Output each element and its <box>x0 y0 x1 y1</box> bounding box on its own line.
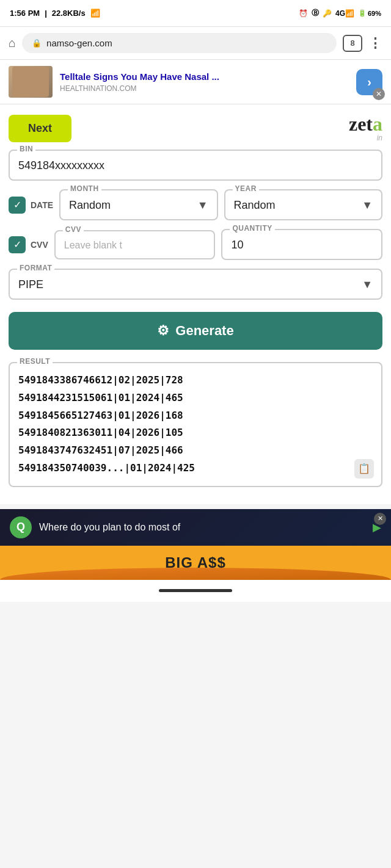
nav-bar <box>0 580 391 602</box>
format-label: FORMAT <box>17 264 54 272</box>
zeta-logo-text: zeta <box>349 114 382 134</box>
date-row: ✓ DATE MONTH Random ▼ YEAR Random ▼ <box>9 189 382 220</box>
main-content: Next zeta in BIN 549184xxxxxxxxx ✓ DATE … <box>0 104 391 504</box>
format-arrow-icon: ▼ <box>362 278 373 291</box>
result-line-3: 5491845665127463|01|2026|168 <box>18 407 373 425</box>
date-checkbox-label: DATE <box>31 200 53 210</box>
gear-icon: ⚙ <box>157 323 169 339</box>
lock-status-icon: 🔑 <box>323 9 332 18</box>
signal-icon: 4G📶 <box>335 9 354 18</box>
cvv-label: CVV <box>63 225 84 234</box>
bin-value[interactable]: 549184xxxxxxxxx <box>18 159 373 172</box>
bin-field-group: BIN 549184xxxxxxxxx <box>9 150 382 181</box>
month-label: MONTH <box>68 184 101 193</box>
generate-label: Generate <box>175 323 233 339</box>
status-right: ⏰ Ⓑ 🔑 4G📶 🔋 69% <box>299 8 381 18</box>
bin-field-wrapper: BIN 549184xxxxxxxxx <box>9 150 382 181</box>
result-label: RESULT <box>17 357 53 366</box>
ad-image <box>9 66 53 98</box>
home-button[interactable]: ⌂ <box>9 36 16 50</box>
copy-button[interactable]: 📋 <box>354 459 374 479</box>
top-row: Next zeta in <box>9 104 382 150</box>
date-checkbox-container: ✓ DATE <box>9 197 53 214</box>
result-lines: 5491843386746612|02|2025|728 54918442315… <box>18 372 373 477</box>
next-button[interactable]: Next <box>9 115 71 142</box>
status-left: 1:56 PM | 22.8KB/s 📶 <box>10 9 100 18</box>
extra-icon: Ⓑ <box>312 8 319 18</box>
ad-text-content: Telltale Signs You May Have Nasal ... HE… <box>60 71 349 93</box>
bottom-yellow-banner: BIG A$$ <box>0 546 391 580</box>
bin-label: BIN <box>17 145 35 153</box>
bottom-ad-close-button[interactable]: ✕ <box>374 513 386 525</box>
cvv-row: ✓ CVV CVV Leave blank t QUANTITY 10 <box>9 229 382 260</box>
status-bar: 1:56 PM | 22.8KB/s 📶 ⏰ Ⓑ 🔑 4G📶 🔋 69% <box>0 0 391 27</box>
menu-button[interactable]: ⋮ <box>368 35 382 51</box>
zeta-in-label: in <box>377 134 382 142</box>
zeta-logo: zeta in <box>349 114 382 142</box>
zeta-dot: a <box>373 113 382 135</box>
nav-pill <box>159 589 232 592</box>
cvv-checkbox-container: ✓ CVV <box>9 236 48 253</box>
cvv-checkbox-label: CVV <box>31 240 48 250</box>
date-checkbox-check: ✓ <box>13 199 21 211</box>
ad-close-button[interactable]: ✕ <box>373 88 385 100</box>
year-label: YEAR <box>233 184 259 193</box>
ad-source: HEALTHINATION.COM <box>60 84 349 93</box>
browser-chrome: ⌂ 🔒 namso-gen.com 8 ⋮ <box>0 27 391 60</box>
cvv-input[interactable]: Leave blank t <box>64 240 122 251</box>
month-arrow-icon: ▼ <box>197 199 208 212</box>
bottom-ad: Q Where do you plan to do most of ▶ ✕ <box>0 509 391 546</box>
result-line-2: 5491844231515061|01|2024|465 <box>18 389 373 407</box>
year-arrow-icon: ▼ <box>362 199 373 212</box>
status-network: | <box>45 9 47 18</box>
month-value: Random <box>69 199 111 212</box>
result-line-1: 5491843386746612|02|2025|728 <box>18 372 373 389</box>
tabs-button[interactable]: 8 <box>343 35 362 52</box>
status-time: 1:56 PM <box>10 9 40 18</box>
url-bar[interactable]: 🔒 namso-gen.com <box>22 33 337 53</box>
date-checkbox[interactable]: ✓ <box>9 197 26 214</box>
quantity-value[interactable]: 10 <box>231 239 243 251</box>
status-icons: 📶 <box>90 9 100 18</box>
battery-icon: 🔋 69% <box>358 9 381 17</box>
quantity-field-wrapper: QUANTITY 10 <box>221 229 382 260</box>
ad-face-image <box>12 67 49 97</box>
cvv-field-wrapper[interactable]: CVV Leave blank t <box>54 230 216 259</box>
alarm-icon: ⏰ <box>299 9 308 18</box>
result-line-6: 549184350740039...|01|2024|425 <box>18 460 373 477</box>
bottom-ad-text[interactable]: Where do you plan to do most of <box>39 522 365 533</box>
result-line-4: 5491840821363011|04|2026|105 <box>18 424 373 442</box>
status-data-speed: 22.8KB/s <box>52 9 86 18</box>
result-wrapper: RESULT 5491843386746612|02|2025|728 5491… <box>9 362 382 487</box>
cvv-checkbox[interactable]: ✓ <box>9 236 26 253</box>
quantity-label: QUANTITY <box>230 224 274 233</box>
format-value: PIPE <box>18 278 43 291</box>
month-select[interactable]: MONTH Random ▼ <box>59 189 217 220</box>
url-text: namso-gen.com <box>46 38 112 48</box>
tabs-count: 8 <box>350 38 354 48</box>
result-line-5: 5491843747632451|07|2025|466 <box>18 442 373 460</box>
ad-banner: Telltale Signs You May Have Nasal ... HE… <box>0 60 391 104</box>
cvv-checkbox-check: ✓ <box>13 239 21 250</box>
generate-button[interactable]: ⚙ Generate <box>9 312 382 350</box>
bottom-ad-icon: Q <box>10 516 32 538</box>
format-select[interactable]: FORMAT PIPE ▼ <box>9 269 382 300</box>
ad-title[interactable]: Telltale Signs You May Have Nasal ... <box>60 71 349 83</box>
lock-icon: 🔒 <box>32 38 42 48</box>
year-value: Random <box>234 199 276 212</box>
year-select[interactable]: YEAR Random ▼ <box>224 189 382 220</box>
